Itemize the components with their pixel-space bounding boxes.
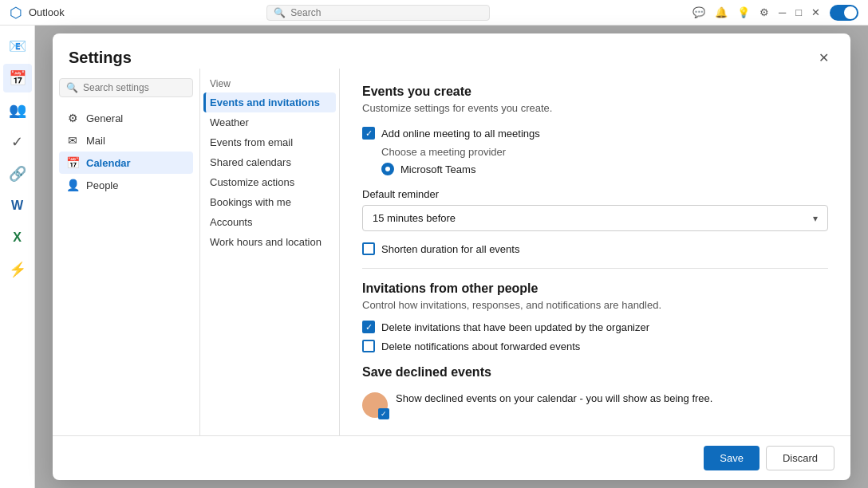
search-settings-box[interactable]: 🔍 [59, 78, 193, 97]
modal-overlay: Settings ✕ 🔍 ⚙ General ✉ Mail 📅 [35, 26, 868, 488]
sidebar-item-people[interactable]: 👥 [3, 96, 32, 124]
microsoft-teams-label: Microsoft Teams [400, 163, 475, 175]
choose-provider-label: Choose a meeting provider [381, 146, 828, 158]
section-divider-1 [362, 268, 828, 269]
search-settings-input[interactable] [83, 82, 186, 93]
app-name: Outlook [29, 6, 65, 18]
people-icon: 👤 [65, 179, 80, 191]
subnav-shared-calendars[interactable]: Shared calendars [203, 152, 336, 172]
sidebar-item-tasks[interactable]: ✓ [3, 128, 32, 156]
delete-invitations-label: Delete invitations that have been update… [381, 321, 649, 333]
sidebar-item-general[interactable]: ⚙ General [59, 107, 193, 129]
title-search-box[interactable]: 🔍 [266, 5, 490, 21]
add-online-meeting-label: Add online meeting to all meetings [381, 128, 540, 140]
chat-icon[interactable]: 💬 [692, 6, 705, 18]
add-online-meeting-checkbox[interactable]: ✓ [362, 127, 375, 140]
calendar-label: Calendar [86, 157, 131, 169]
settings-icon[interactable]: ⚙ [760, 6, 769, 18]
shorten-duration-row: ✓ Shorten duration for all events [362, 242, 828, 255]
title-bar-controls: 💬 🔔 💡 ⚙ ─ □ ✕ [692, 5, 858, 21]
sidebar-item-people[interactable]: 👤 People [59, 174, 193, 196]
outlook-logo: ⬡ [10, 4, 22, 22]
default-reminder-value: 15 minutes before [373, 212, 456, 224]
sidebar-item-mail[interactable]: 📧 [3, 32, 32, 61]
sidebar-item-calendar[interactable]: 📅 [3, 64, 32, 92]
sidebar-item-excel[interactable]: X [3, 223, 32, 252]
section1-desc: Customize settings for events you create… [362, 102, 828, 114]
avatar: ✓ [362, 392, 388, 418]
toggle-knob [844, 6, 857, 19]
sidebar-item-word[interactable]: W [3, 191, 32, 220]
modal-close-button[interactable]: ✕ [812, 46, 834, 69]
minimize-button[interactable]: ─ [779, 6, 786, 18]
shorten-duration-checkbox[interactable]: ✓ [362, 242, 375, 255]
sidebar-item-mail[interactable]: ✉ Mail [59, 129, 193, 152]
section2-title: Invitations from other people [362, 281, 828, 296]
delete-invitations-checkbox[interactable]: ✓ [362, 321, 375, 333]
sidebar-item-calendar[interactable]: 📅 Calendar [59, 152, 193, 174]
subnav-bookings[interactable]: Bookings with me [203, 192, 336, 212]
subnav-customize-actions[interactable]: Customize actions [203, 172, 336, 192]
default-reminder-dropdown[interactable]: 15 minutes before ▾ [362, 205, 828, 231]
general-icon: ⚙ [65, 112, 80, 124]
sidebar-item-apps[interactable]: ⚡ [3, 255, 32, 284]
general-label: General [86, 112, 123, 124]
subnav-events-invitations[interactable]: Events and invitations [203, 92, 336, 112]
bulb-icon[interactable]: 💡 [737, 6, 750, 18]
settings-title: Settings [69, 49, 132, 67]
close-button[interactable]: ✕ [811, 6, 820, 18]
subnav-work-hours[interactable]: Work hours and location [203, 232, 336, 252]
chevron-down-icon: ▾ [813, 213, 818, 224]
people-label: People [86, 179, 118, 191]
discard-button[interactable]: Discard [766, 446, 834, 470]
shorten-duration-label: Shorten duration for all events [381, 243, 519, 255]
sidebar-item-links[interactable]: 🔗 [3, 159, 32, 188]
subnav-events-from-email[interactable]: Events from email [203, 132, 336, 152]
settings-modal: Settings ✕ 🔍 ⚙ General ✉ Mail 📅 [53, 33, 850, 480]
section1-title: Events you create [362, 85, 828, 99]
settings-subnav: View Events and invitations Weather Even… [200, 69, 340, 435]
search-settings-icon: 🔍 [66, 82, 78, 93]
show-declined-label: Show declined events on your calendar - … [396, 392, 712, 404]
microsoft-teams-radio[interactable] [381, 163, 394, 175]
calendar-icon: 📅 [65, 156, 80, 169]
show-declined-checkbox[interactable]: ✓ [378, 408, 389, 419]
title-bar: ⬡ Outlook 🔍 💬 🔔 💡 ⚙ ─ □ ✕ [0, 0, 868, 26]
settings-left-nav: 🔍 ⚙ General ✉ Mail 📅 Calendar 👤 P [53, 69, 200, 435]
delete-notifications-checkbox[interactable]: ✓ [362, 340, 375, 352]
microsoft-teams-row: Microsoft Teams [381, 163, 828, 175]
settings-header: Settings ✕ [53, 33, 850, 69]
delete-notifications-label: Delete notifications about forwarded eve… [381, 340, 580, 352]
bell-icon[interactable]: 🔔 [715, 6, 728, 18]
section3-title: Save declined events [362, 365, 828, 380]
settings-footer: Save Discard [53, 435, 850, 480]
mail-icon: ✉ [65, 134, 80, 147]
subnav-weather[interactable]: Weather [203, 112, 336, 132]
add-online-meeting-row: ✓ Add online meeting to all meetings [362, 127, 828, 140]
show-declined-row: ✓ Show declined events on your calendar … [362, 392, 828, 418]
view-label: View [203, 75, 336, 92]
settings-body: 🔍 ⚙ General ✉ Mail 📅 Calendar 👤 P [53, 69, 850, 435]
delete-invitations-row: ✓ Delete invitations that have been upda… [362, 321, 828, 333]
meeting-provider-section: Choose a meeting provider Microsoft Team… [362, 146, 828, 175]
theme-toggle[interactable] [830, 5, 858, 21]
save-button[interactable]: Save [704, 446, 760, 470]
section3-header: Save declined events [362, 365, 828, 380]
title-bar-left: ⬡ Outlook [10, 4, 65, 22]
delete-notifications-row: ✓ Delete notifications about forwarded e… [362, 340, 828, 352]
mail-label: Mail [86, 135, 105, 147]
settings-main-content: Events you create Customize settings for… [340, 69, 850, 435]
title-search-input[interactable] [290, 7, 483, 18]
search-icon: 🔍 [274, 7, 286, 18]
section2-desc: Control how invitations, responses, and … [362, 299, 828, 311]
outlook-sidebar: 📧 📅 👥 ✓ 🔗 W X ⚡ [0, 26, 35, 488]
default-reminder-label: Default reminder [362, 188, 828, 200]
maximize-button[interactable]: □ [795, 6, 802, 18]
subnav-accounts[interactable]: Accounts [203, 212, 336, 232]
